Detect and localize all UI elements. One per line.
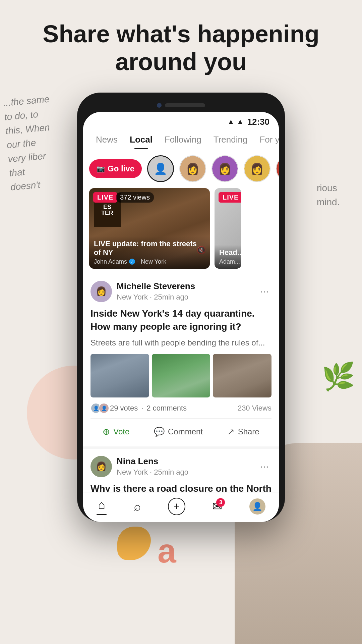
more-button-2[interactable]: ··· [257, 460, 272, 473]
tab-trending[interactable]: Trending [207, 129, 254, 149]
post-avatar-1[interactable]: 👩 [90, 281, 112, 302]
vote-label: Vote [113, 427, 129, 436]
live-card-2-info: Head... Adam... [215, 245, 241, 269]
share-icon: ↗ [227, 427, 235, 437]
vote-button[interactable]: ⊕ Vote [97, 424, 135, 440]
avatar-image-4: 👩 [244, 156, 270, 181]
phone-speaker [165, 103, 205, 107]
go-live-label: Go live [108, 164, 134, 173]
post-avatar-image-1: 👩 [90, 281, 112, 302]
nav-profile[interactable]: 👤 [249, 498, 265, 515]
tab-local[interactable]: Local [124, 129, 159, 149]
story-avatar-2[interactable]: 👩 [179, 155, 206, 182]
nav-tabs: News Local Following Trending For you [83, 129, 279, 149]
tab-following[interactable]: Following [159, 129, 207, 149]
live-card-1[interactable]: ESTER LIVE 372 views 🔇 LIVE update: from… [89, 188, 210, 269]
author-name-1: John Adams [94, 258, 127, 265]
post-header-1: 👩 Michelle Steverens New York · 25min ag… [90, 281, 272, 302]
nav-search[interactable]: ⌕ [134, 499, 141, 514]
status-time: 12:30 [247, 117, 270, 127]
avatar-image-3: 👩 [212, 156, 238, 181]
story-avatar-1[interactable]: 👤 [147, 155, 174, 182]
post-location-2: New York [117, 468, 148, 476]
decorative-orange-blob [117, 527, 151, 560]
live-author-2: Adam... [219, 258, 237, 265]
inbox-badge: 3 [216, 498, 225, 507]
live-card-2[interactable]: LIVE Head... Adam... [215, 188, 241, 269]
post-author-name-2: Nina Lens [117, 456, 188, 467]
live-title-1: LIVE update: from the streets of NY [94, 239, 205, 257]
avatar-image-2: 👩 [180, 156, 205, 181]
post-header-2: 👩 Nina Lens New York · 25min ago ··· [90, 456, 272, 477]
post-location-1: New York [117, 293, 148, 301]
avatar-image-5: 🧑 [277, 156, 279, 181]
live-streams-row: ESTER LIVE 372 views 🔇 LIVE update: from… [83, 188, 279, 269]
post-stats-avatars: 👤 👤 [90, 403, 107, 414]
home-icon: ⌂ [98, 498, 105, 512]
post-author-name-1: Michelle Steverens [117, 281, 195, 291]
post-author-details-1: Michelle Steverens New York · 25min ago [117, 281, 195, 302]
post-image-1a[interactable] [90, 354, 149, 397]
post-meta-2: New York · 25min ago [117, 468, 188, 477]
live-author-1: John Adams ✓ · New York [94, 258, 205, 265]
verified-badge-1: ✓ [129, 259, 135, 265]
post-time-2: 25min ago [154, 468, 188, 476]
signal-icon: ▲ [237, 117, 244, 126]
post-image-1b[interactable] [152, 354, 210, 397]
mini-avatar-2: 👤 [99, 403, 109, 414]
post-views-1: 230 Views [238, 404, 272, 413]
phone-wrapper: ▲ ▲ 12:30 News Local Following Trending … [0, 93, 362, 522]
post-image-inner-1a [90, 354, 149, 397]
post-stats-left-1: 👤 👤 29 votes · 2 comments [90, 403, 187, 414]
post-avatar-2[interactable]: 👩 [90, 456, 112, 477]
phone-frame: ▲ ▲ 12:30 News Local Following Trending … [77, 93, 285, 522]
story-avatar-4[interactable]: 👩 [244, 155, 270, 182]
post-actions-1: ⊕ Vote 💬 Comment ↗ Share [90, 424, 272, 440]
share-button[interactable]: ↗ Share [222, 424, 265, 440]
nav-home[interactable]: ⌂ [97, 498, 107, 515]
live-title-2: Head... [219, 248, 237, 257]
go-live-button[interactable]: 📷 Go live [89, 159, 142, 178]
page-title: Share what's happeningaround you [0, 0, 362, 89]
comment-label: Comment [168, 427, 203, 436]
live-card-1-info: LIVE update: from the streets of NY John… [89, 236, 210, 269]
post-author-details-2: Nina Lens New York · 25min ago [117, 456, 188, 477]
tab-for-you[interactable]: For you [253, 129, 279, 149]
post-card-1: 👩 Michelle Steverens New York · 25min ag… [83, 274, 279, 449]
live-views-1: 372 views [116, 192, 154, 203]
live-badge-2: LIVE [219, 192, 241, 203]
post-avatar-image-2: 👩 [90, 456, 112, 477]
post-image-inner-1b [152, 354, 210, 397]
post-title-1: Inside New York's 14 day quarantine. How… [90, 307, 272, 333]
post-image-inner-1c [213, 354, 272, 397]
status-bar: ▲ ▲ 12:30 [83, 112, 279, 129]
post-votes-1: 29 votes [110, 404, 138, 413]
phone-notch [83, 99, 279, 112]
post-excerpt-1: Streets are full with people bending the… [90, 337, 272, 348]
more-button-1[interactable]: ··· [257, 285, 272, 298]
author-location-1: New York [141, 258, 166, 265]
wifi-icon: ▲ [227, 117, 235, 126]
story-avatar-5[interactable]: 🧑 [276, 155, 279, 182]
nav-add[interactable]: + [168, 498, 185, 515]
nav-inbox[interactable]: ✉ 3 [212, 499, 222, 514]
comment-button[interactable]: 💬 Comment [148, 424, 208, 440]
home-active-line [97, 514, 107, 515]
post-image-1c[interactable] [213, 354, 272, 397]
post-stats-1: 👤 👤 29 votes · 2 comments 230 Views [90, 403, 272, 419]
phone-screen: ▲ ▲ 12:30 News Local Following Trending … [83, 112, 279, 522]
tab-news[interactable]: News [90, 129, 124, 149]
post-comments-count-1: 2 comments [146, 404, 187, 413]
share-label: Share [238, 427, 259, 436]
post-author-info-1: 👩 Michelle Steverens New York · 25min ag… [90, 281, 195, 302]
search-icon: ⌕ [134, 499, 141, 514]
post-author-info-2: 👩 Nina Lens New York · 25min ago [90, 456, 188, 477]
content-area: 📷 Go live 👤 👩 👩 👩 [83, 149, 279, 492]
vote-icon: ⊕ [103, 427, 110, 437]
avatar-image-1: 👤 [148, 156, 173, 181]
story-avatar-3[interactable]: 👩 [212, 155, 238, 182]
bottom-nav: ⌂ ⌕ + ✉ 3 👤 [83, 492, 279, 522]
post-card-2: 👩 Nina Lens New York · 25min ago ··· [83, 449, 279, 492]
post-time-1: 25min ago [154, 293, 188, 301]
status-icons: ▲ ▲ [227, 117, 244, 126]
